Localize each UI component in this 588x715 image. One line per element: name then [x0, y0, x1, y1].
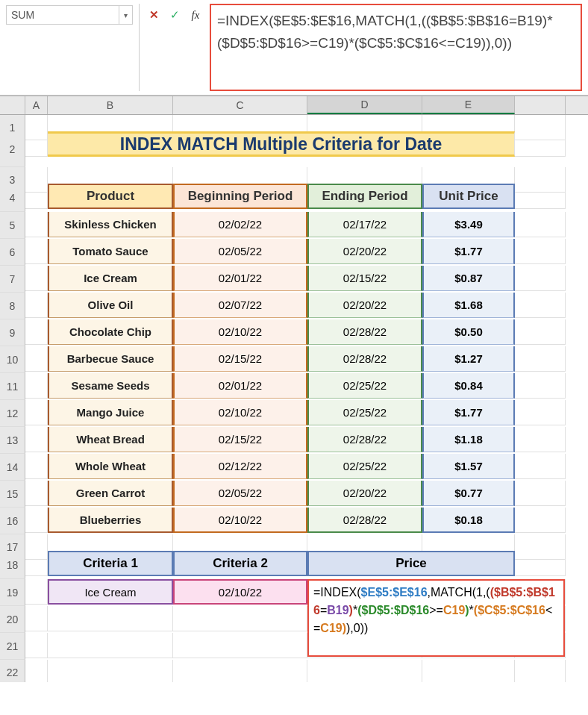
column-headers: A B C D E [0, 96, 588, 115]
cancel-icon[interactable]: ✕ [146, 7, 162, 23]
begin-cell[interactable]: 02/01/22 [173, 373, 307, 399]
price-cell[interactable]: $0.77 [422, 481, 515, 506]
criteria-price-header: Price [307, 551, 515, 576]
title: INDEX MATCH Multiple Criteria for Date [48, 131, 515, 157]
begin-cell[interactable]: 02/15/22 [173, 346, 307, 372]
row-14[interactable]: 14 [0, 454, 25, 481]
price-cell[interactable]: $1.18 [422, 427, 515, 452]
begin-cell[interactable]: 02/05/22 [173, 239, 307, 264]
begin-cell[interactable]: 02/10/22 [173, 508, 307, 533]
header-begin: Beginning Period [173, 184, 307, 209]
price-cell[interactable]: $0.50 [422, 319, 515, 345]
enter-icon[interactable]: ✓ [166, 7, 183, 23]
price-cell[interactable]: $1.57 [422, 454, 515, 479]
col-e[interactable]: E [422, 96, 515, 114]
row-6[interactable]: 6 [0, 239, 25, 266]
product-cell[interactable]: Olive Oil [48, 293, 173, 318]
end-cell[interactable]: 02/15/22 [307, 266, 422, 291]
row-2[interactable]: 2 [0, 131, 25, 167]
begin-cell[interactable]: 02/02/22 [173, 212, 307, 237]
price-cell[interactable]: $1.27 [422, 346, 515, 372]
end-cell[interactable]: 02/25/22 [307, 373, 422, 399]
price-cell[interactable]: $1.68 [422, 293, 515, 318]
begin-cell[interactable]: 02/05/22 [173, 481, 307, 506]
header-price: Unit Price [422, 184, 515, 209]
formula-cell[interactable]: =INDEX($E$5:$E$16,MATCH(1,(($B$5:$B$16=B… [307, 579, 515, 605]
product-cell[interactable]: Green Carrot [48, 481, 173, 506]
begin-cell[interactable]: 02/10/22 [173, 400, 307, 425]
row-22[interactable]: 22 [0, 660, 25, 682]
price-cell[interactable]: $0.84 [422, 373, 515, 399]
product-cell[interactable]: Chocolate Chip [48, 319, 173, 345]
price-cell[interactable]: $1.77 [422, 239, 515, 264]
begin-cell[interactable]: 02/10/22 [173, 319, 307, 345]
header-product: Product [48, 184, 173, 209]
row-5[interactable]: 5 [0, 212, 25, 239]
row-8[interactable]: 8 [0, 293, 25, 319]
end-cell[interactable]: 02/25/22 [307, 454, 422, 479]
product-cell[interactable]: Mango Juice [48, 400, 173, 425]
inline-formula: =INDEX($E$5:$E$16,MATCH(1,(($B$5:$B$16=B… [307, 579, 565, 657]
name-box[interactable]: SUM [6, 5, 119, 25]
end-cell[interactable]: 02/17/22 [307, 212, 422, 237]
product-cell[interactable]: Sesame Seeds [48, 373, 173, 399]
col-extra[interactable] [515, 96, 566, 114]
row-18[interactable]: 18 [0, 551, 25, 579]
row-4[interactable]: 4 [0, 184, 25, 212]
row-16[interactable]: 16 [0, 508, 25, 534]
begin-cell[interactable]: 02/07/22 [173, 293, 307, 318]
end-cell[interactable]: 02/25/22 [307, 400, 422, 425]
end-cell[interactable]: 02/20/22 [307, 239, 422, 264]
product-cell[interactable]: Barbecue Sauce [48, 346, 173, 372]
criteria-2-header: Criteria 2 [173, 551, 307, 576]
select-all[interactable] [0, 96, 25, 114]
price-cell[interactable]: $3.49 [422, 212, 515, 237]
end-cell[interactable]: 02/20/22 [307, 481, 422, 506]
row-9[interactable]: 9 [0, 319, 25, 346]
row-13[interactable]: 13 [0, 427, 25, 454]
begin-cell[interactable]: 02/12/22 [173, 454, 307, 479]
product-cell[interactable]: Blueberries [48, 508, 173, 533]
criteria-2-value[interactable]: 02/10/22 [173, 579, 307, 605]
price-cell[interactable]: $0.18 [422, 508, 515, 533]
row-20[interactable]: 20 [0, 606, 25, 633]
price-cell[interactable]: $1.77 [422, 400, 515, 425]
name-box-dropdown[interactable]: ▾ [119, 5, 133, 25]
product-cell[interactable]: Wheat Bread [48, 427, 173, 452]
row-11[interactable]: 11 [0, 373, 25, 400]
row-19[interactable]: 19 [0, 579, 25, 606]
end-cell[interactable]: 02/28/22 [307, 508, 422, 533]
end-cell[interactable]: 02/20/22 [307, 293, 422, 318]
begin-cell[interactable]: 02/15/22 [173, 427, 307, 452]
end-cell[interactable]: 02/28/22 [307, 346, 422, 372]
begin-cell[interactable]: 02/01/22 [173, 266, 307, 291]
header-end: Ending Period [307, 184, 422, 209]
col-d[interactable]: D [307, 96, 422, 114]
product-cell[interactable]: Whole Wheat [48, 454, 173, 479]
formula-bar[interactable]: =INDEX($E$5:$E$16,MATCH(1,(($B$5:$B$16=B… [210, 4, 582, 91]
criteria-1-value[interactable]: Ice Cream [48, 579, 173, 605]
end-cell[interactable]: 02/28/22 [307, 319, 422, 345]
row-15[interactable]: 15 [0, 481, 25, 508]
product-cell[interactable]: Tomato Sauce [48, 239, 173, 264]
row-10[interactable]: 10 [0, 346, 25, 373]
col-c[interactable]: C [173, 96, 307, 114]
row-12[interactable]: 12 [0, 400, 25, 427]
end-cell[interactable]: 02/28/22 [307, 427, 422, 452]
col-b[interactable]: B [48, 96, 173, 114]
formula-bar-area: SUM ▾ ✕ ✓ fx =INDEX($E$5:$E$16,MATCH(1,(… [0, 0, 588, 96]
col-a[interactable]: A [25, 96, 48, 114]
row-21[interactable]: 21 [0, 633, 25, 660]
fx-icon[interactable]: fx [187, 7, 204, 23]
product-cell[interactable]: Ice Cream [48, 266, 173, 291]
price-cell[interactable]: $0.87 [422, 266, 515, 291]
product-cell[interactable]: Skinless Chicken [48, 212, 173, 237]
criteria-1-header: Criteria 1 [48, 551, 173, 576]
spreadsheet: A B C D E 1 2 INDEX MATCH Multiple Crite… [0, 96, 588, 682]
row-7[interactable]: 7 [0, 266, 25, 293]
